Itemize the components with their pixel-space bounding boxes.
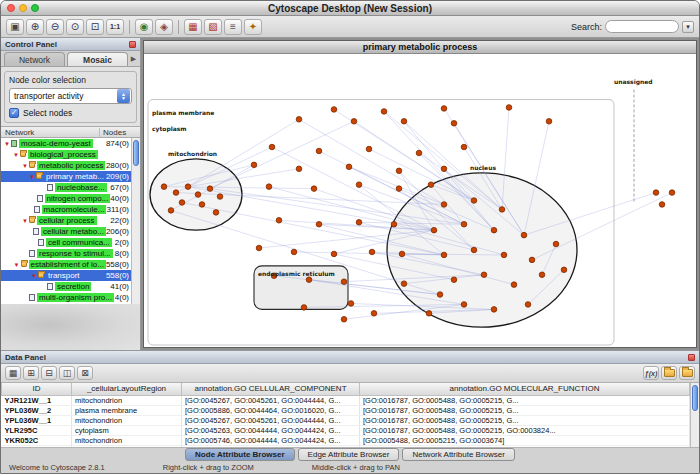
network-node[interactable]: [669, 190, 675, 196]
network-node[interactable]: [195, 192, 201, 198]
expander-icon[interactable]: ▼: [28, 174, 36, 180]
network-node[interactable]: [207, 186, 213, 192]
network-node[interactable]: [561, 267, 567, 273]
network-node[interactable]: [296, 166, 302, 172]
column-header-annotation-go-cellular-component[interactable]: annotation.GO CELLULAR_COMPONENT: [182, 383, 360, 395]
network-node[interactable]: [199, 202, 205, 208]
column-header-network[interactable]: Network: [1, 128, 100, 137]
network-node[interactable]: [346, 164, 352, 170]
network-node[interactable]: [529, 257, 535, 263]
column-mapping-icon[interactable]: ◫: [59, 366, 75, 380]
network-node[interactable]: [441, 202, 447, 208]
minimize-button[interactable]: [19, 4, 27, 12]
table-row[interactable]: YJR121W__1mitochondrion[GO:0045267, GO:0…: [2, 395, 690, 405]
column-header-id[interactable]: ID: [2, 383, 72, 395]
network-node[interactable]: [396, 168, 402, 174]
new-attribute-icon[interactable]: ⊞: [23, 366, 39, 380]
network-node[interactable]: [371, 311, 377, 317]
network-node[interactable]: [356, 220, 362, 226]
tree-item-macromolecule[interactable]: macromolecule...311(0): [1, 204, 131, 215]
network-node[interactable]: [366, 146, 372, 152]
zoom-fit-icon[interactable]: ⊡: [86, 19, 104, 35]
network-table-icon[interactable]: ▦: [184, 19, 202, 35]
network-node[interactable]: [441, 166, 447, 172]
zoom-in-icon[interactable]: ⊕: [26, 19, 44, 35]
network-node[interactable]: [369, 249, 375, 255]
tree-item-cell-communica[interactable]: cell communica...2(0): [1, 237, 131, 248]
network-node[interactable]: [437, 292, 443, 298]
network-edge[interactable]: [210, 121, 354, 188]
console-icon[interactable]: ▣: [6, 19, 24, 35]
network-node[interactable]: [471, 198, 477, 204]
expander-icon[interactable]: ▼: [13, 262, 21, 268]
network-node[interactable]: [341, 279, 347, 285]
tree-item-nucleobase[interactable]: nucleobase...67(0): [1, 182, 131, 193]
network-node[interactable]: [168, 208, 174, 214]
network-node[interactable]: [521, 232, 527, 238]
expander-icon[interactable]: ▼: [12, 152, 20, 158]
tree-item-multi-organism-pro[interactable]: multi-organism pro...4(0): [1, 292, 131, 303]
network-node[interactable]: [653, 190, 659, 196]
data-panel-float-icon[interactable]: [688, 354, 695, 361]
clear-attribute-icon[interactable]: ⊠: [77, 366, 93, 380]
table-scrollbar[interactable]: [690, 383, 699, 447]
network-node[interactable]: [296, 117, 302, 123]
network-canvas[interactable]: plasma membranecytoplasmunassignedmitoch…: [144, 54, 696, 347]
network-node[interactable]: [461, 302, 467, 308]
network-node[interactable]: [431, 227, 437, 233]
table-row[interactable]: YKR052Cmitochondrion[GO:0005746, GO:0044…: [2, 435, 690, 445]
network-node[interactable]: [348, 301, 354, 307]
column-header-nodes[interactable]: Nodes: [100, 128, 140, 137]
import-attributes-icon[interactable]: [661, 366, 677, 380]
network-node[interactable]: [491, 307, 497, 313]
network-node[interactable]: [525, 302, 531, 308]
network-node[interactable]: [396, 186, 402, 192]
network-node[interactable]: [269, 144, 275, 150]
table-scrollbar-thumb[interactable]: [692, 385, 698, 411]
tab-node-attribute-browser[interactable]: Node Attribute Browser: [185, 448, 295, 461]
network-node[interactable]: [341, 317, 347, 323]
network-node[interactable]: [266, 184, 272, 190]
vizmapper-icon[interactable]: ▧: [204, 19, 222, 35]
network-node[interactable]: [416, 150, 422, 156]
network-node[interactable]: [331, 107, 337, 113]
tab-mosaic[interactable]: Mosaic: [67, 52, 128, 66]
network-node[interactable]: [399, 251, 405, 257]
network-node[interactable]: [461, 144, 467, 150]
formula-builder-icon[interactable]: ƒ(x): [643, 366, 659, 380]
network-frame-titlebar[interactable]: primary metabolic process: [144, 41, 696, 54]
network-edge[interactable]: [299, 119, 444, 204]
layout-icon[interactable]: ≡: [224, 19, 242, 35]
network-graph[interactable]: plasma membranecytoplasmunassignedmitoch…: [144, 54, 696, 347]
tree-item-response-to-stimul[interactable]: response to stimul...8(0): [1, 248, 131, 259]
tree-item-cellular-process[interactable]: ▼cellular process22(0): [1, 215, 131, 226]
network-node[interactable]: [381, 109, 387, 115]
network-node[interactable]: [546, 119, 552, 125]
tree-item-primary-metab[interactable]: ▼primary metab...209(0): [1, 171, 131, 182]
tree-item-biological-process[interactable]: ▼biological_process: [1, 149, 131, 160]
column-header-annotation-go-molecular-function[interactable]: annotation.GO MOLECULAR_FUNCTION: [360, 383, 690, 395]
table-row[interactable]: YLR295Ccytoplasm[GO:0045263, GO:0044444,…: [2, 425, 690, 435]
network-node[interactable]: [506, 105, 512, 111]
tree-item-secretion[interactable]: secretion41(0): [1, 281, 131, 292]
overview-icon[interactable]: ◈: [155, 19, 173, 35]
expander-icon[interactable]: ▼: [3, 141, 11, 147]
network-node[interactable]: [553, 241, 559, 247]
tree-item-mosaic-demo-yeast[interactable]: ▼mosaic-demo-yeast874(0): [1, 138, 131, 149]
network-node[interactable]: [356, 182, 362, 188]
network-node[interactable]: [391, 221, 397, 227]
close-button[interactable]: [7, 4, 15, 12]
tree-item-nitrogen-compo[interactable]: nitrogen compo...40(0): [1, 193, 131, 204]
network-node[interactable]: [451, 121, 457, 127]
control-panel-float-icon[interactable]: [129, 41, 136, 48]
network-node[interactable]: [499, 207, 505, 213]
network-node[interactable]: [441, 106, 447, 112]
search-input[interactable]: [605, 20, 679, 33]
tree-item-cellular-metabo[interactable]: cellular metabo...206(0): [1, 226, 131, 237]
network-node[interactable]: [426, 311, 432, 317]
network-node[interactable]: [539, 272, 545, 278]
search-options-arrow-icon[interactable]: ▾: [682, 21, 694, 33]
network-node[interactable]: [316, 148, 322, 154]
network-node[interactable]: [481, 272, 487, 278]
attribute-select-icon[interactable]: ▦: [5, 366, 21, 380]
